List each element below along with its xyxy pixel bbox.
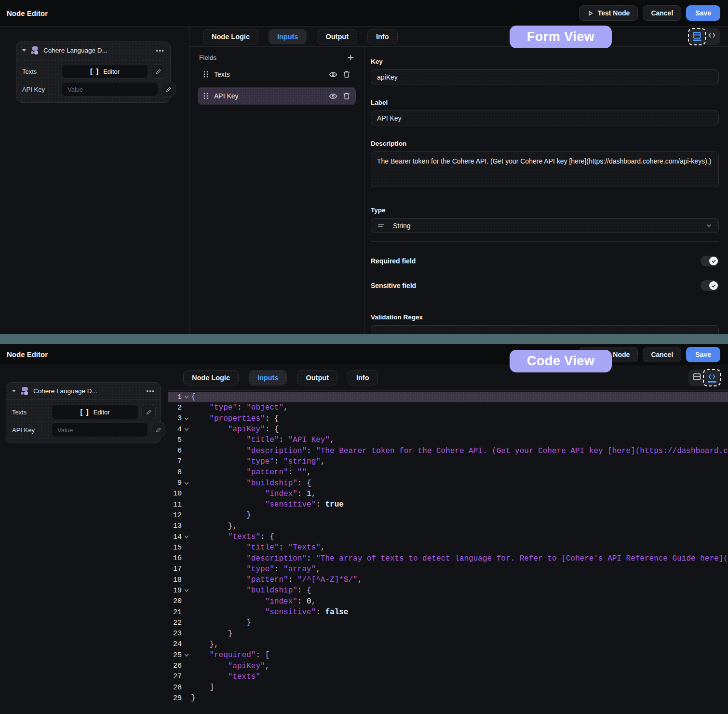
code-line[interactable]: 20 "index": 0, xyxy=(168,596,728,607)
code-line[interactable]: 13 }, xyxy=(168,521,728,532)
form-view-toggle-button[interactable] xyxy=(689,371,704,385)
test-node-button[interactable]: Test Node xyxy=(579,5,638,21)
tab-inputs[interactable]: Inputs xyxy=(269,29,307,44)
tab-node-logic[interactable]: Node Logic xyxy=(203,29,258,44)
code-line[interactable]: 22 } xyxy=(168,618,728,628)
code-view-toggle-button[interactable] xyxy=(704,29,719,44)
json-code-editor[interactable]: 1{2 "type": "object",3 "properties": {4 … xyxy=(168,391,728,714)
field-list-item-api-key[interactable]: API Key xyxy=(198,87,356,105)
texts-editor-button[interactable]: [ ]Editor xyxy=(52,405,138,419)
add-field-button[interactable] xyxy=(347,54,354,61)
fold-chevron-icon[interactable] xyxy=(182,653,191,657)
line-number: 25 xyxy=(168,651,182,659)
eye-icon[interactable] xyxy=(329,71,337,78)
chevron-down-icon xyxy=(706,222,712,229)
tab-output[interactable]: Output xyxy=(317,29,357,44)
fold-chevron-icon[interactable] xyxy=(182,589,191,592)
edit-field-button[interactable] xyxy=(151,423,165,437)
code-line[interactable]: 23 } xyxy=(168,629,728,639)
code-line[interactable]: 29} xyxy=(168,693,728,703)
validation-regex-input[interactable] xyxy=(371,325,719,334)
drag-handle-icon[interactable] xyxy=(203,93,208,99)
edit-field-button[interactable] xyxy=(151,64,165,79)
description-input[interactable]: The Bearer token for the Cohere API. (Ge… xyxy=(371,151,719,187)
code-line[interactable]: 21 "sensitive": false xyxy=(168,607,728,618)
code-line[interactable]: 14 "texts": { xyxy=(168,532,728,542)
code-line[interactable]: 19 "buildship": { xyxy=(168,585,728,596)
type-label: Type xyxy=(371,206,719,214)
code-line[interactable]: 15 "title": "Texts", xyxy=(168,542,728,553)
code-line[interactable]: 10 "index": 1, xyxy=(168,489,728,499)
code-view-toggle-button[interactable] xyxy=(704,371,719,385)
brackets-icon: [ ] xyxy=(90,68,99,75)
fold-chevron-icon[interactable] xyxy=(182,417,191,421)
code-line[interactable]: 12 } xyxy=(168,510,728,521)
code-line[interactable]: 7 "type": "string", xyxy=(168,456,728,467)
tab-inputs[interactable]: Inputs xyxy=(249,370,287,385)
api-key-value-input[interactable] xyxy=(52,423,148,437)
type-select[interactable]: String xyxy=(371,218,719,233)
cancel-button[interactable]: Cancel xyxy=(643,5,681,21)
code-line[interactable]: 26 "apiKey", xyxy=(168,660,728,671)
trash-icon[interactable] xyxy=(343,70,350,78)
form-view-toggle-button[interactable] xyxy=(689,29,704,44)
texts-editor-button[interactable]: [ ]Editor xyxy=(62,64,148,79)
drag-handle-icon[interactable] xyxy=(203,71,208,78)
tab-info[interactable]: Info xyxy=(348,370,378,385)
fold-chevron-icon[interactable] xyxy=(182,481,191,485)
sensitive-field-toggle[interactable] xyxy=(701,280,719,291)
node-card[interactable]: Cohere Language D...•••Texts[ ]EditorAPI… xyxy=(16,41,171,103)
node-card[interactable]: Cohere Language D...•••Texts[ ]EditorAPI… xyxy=(6,382,161,443)
pane-resize-divider[interactable] xyxy=(0,334,728,344)
code-line[interactable]: 17 "type": "array", xyxy=(168,564,728,575)
key-input[interactable] xyxy=(371,69,719,84)
code-line[interactable]: 1{ xyxy=(168,392,728,402)
cancel-button[interactable]: Cancel xyxy=(643,347,681,362)
label-input[interactable] xyxy=(371,110,719,125)
code-line[interactable]: 27 "texts" xyxy=(168,672,728,682)
check-icon xyxy=(709,257,718,265)
line-number: 2 xyxy=(168,404,182,412)
node-preview-panel: Cohere Language D...•••Texts[ ]EditorAPI… xyxy=(0,365,168,714)
field-list-item-texts[interactable]: Texts xyxy=(198,66,356,83)
code-line[interactable]: 16 "description": "The array of texts to… xyxy=(168,553,728,563)
code-line[interactable]: 28 ] xyxy=(168,682,728,693)
fold-chevron-icon[interactable] xyxy=(182,395,191,399)
caret-down-icon[interactable] xyxy=(12,390,16,392)
code-line[interactable]: 11 "sensitive": true xyxy=(168,499,728,510)
save-button[interactable]: Save xyxy=(686,347,720,362)
tab-node-logic[interactable]: Node Logic xyxy=(183,370,239,385)
code-line[interactable]: 6 "description": "The Bearer token for t… xyxy=(168,445,728,456)
api-key-value-input[interactable] xyxy=(62,82,158,96)
ellipsis-menu-icon[interactable]: ••• xyxy=(156,47,164,55)
code-line[interactable]: 3 "properties": { xyxy=(168,413,728,424)
ellipsis-menu-icon[interactable]: ••• xyxy=(146,387,155,395)
trash-icon[interactable] xyxy=(343,92,350,100)
tab-info[interactable]: Info xyxy=(367,29,398,44)
code-line[interactable]: 2 "type": "object", xyxy=(168,402,728,413)
code-line[interactable]: 8 "pattern": "", xyxy=(168,467,728,478)
tab-output[interactable]: Output xyxy=(297,370,337,385)
caret-down-icon[interactable] xyxy=(22,49,26,52)
eye-icon[interactable] xyxy=(329,93,337,100)
code-line[interactable]: 18 "pattern": "/^[^A-Z]*$/", xyxy=(168,575,728,585)
save-button[interactable]: Save xyxy=(686,5,720,21)
cohere-logo-icon xyxy=(30,46,40,55)
code-line[interactable]: 25 "required": [ xyxy=(168,650,728,660)
cohere-logo-icon xyxy=(20,387,29,396)
fold-chevron-icon[interactable] xyxy=(182,427,191,431)
line-number: 13 xyxy=(168,522,182,530)
edit-field-button[interactable] xyxy=(161,82,175,96)
code-line[interactable]: 5 "title": "API Key", xyxy=(168,435,728,445)
code-line[interactable]: 24 }, xyxy=(168,639,728,650)
edit-field-button[interactable] xyxy=(141,405,156,419)
code-line[interactable]: 9 "buildship": { xyxy=(168,478,728,488)
node-field-row: API Key xyxy=(12,423,156,437)
code-line[interactable]: 4 "apiKey": { xyxy=(168,424,728,435)
field-item-label: Texts xyxy=(214,70,323,78)
field-item-label: API Key xyxy=(214,92,323,100)
pencil-icon xyxy=(146,409,152,415)
line-number: 24 xyxy=(168,640,182,648)
fold-chevron-icon[interactable] xyxy=(182,535,191,539)
required-field-toggle[interactable] xyxy=(701,256,719,266)
